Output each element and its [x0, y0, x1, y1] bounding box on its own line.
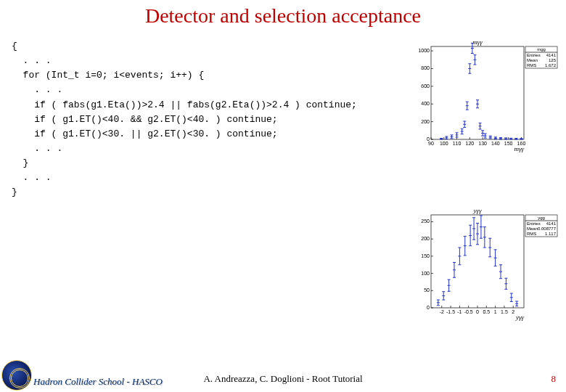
svg-text:Entries: Entries	[527, 53, 541, 57]
code-line: . . .	[12, 55, 52, 66]
svg-text:mgg: mgg	[537, 47, 546, 52]
svg-text:mγγ: mγγ	[514, 145, 524, 152]
svg-text:1000: 1000	[418, 48, 430, 53]
svg-text:RMS: RMS	[527, 232, 536, 236]
footer-credit: A. Andreazza, C. Doglioni - Root Tutoria…	[0, 373, 566, 385]
svg-text:4141: 4141	[546, 221, 557, 226]
svg-text:0: 0	[427, 305, 430, 310]
chart-mgg: 9010011012013014015016002004006008001000…	[411, 36, 559, 152]
svg-text:50: 50	[424, 287, 430, 293]
svg-text:0.5: 0.5	[483, 309, 490, 314]
footer-page-number: 8	[551, 373, 557, 385]
svg-text:130: 130	[478, 141, 487, 146]
code-line: if ( fabs(g1.Eta())>2.4 || fabs(g2.Eta()…	[12, 99, 357, 110]
code-line: . . .	[12, 172, 52, 183]
svg-text:120: 120	[465, 141, 474, 146]
page-title: Detector and selection acceptance	[0, 4, 566, 28]
svg-text:800: 800	[421, 65, 430, 70]
svg-text:600: 600	[421, 83, 430, 89]
svg-text:0: 0	[476, 309, 479, 314]
svg-text:mγγ: mγγ	[472, 38, 483, 46]
code-line: if ( g1.ET()<30. || g2.ET()<30. ) contin…	[12, 128, 278, 139]
svg-text:4141: 4141	[546, 53, 557, 57]
svg-text:100: 100	[421, 271, 430, 276]
svg-text:Mean: Mean	[527, 58, 538, 62]
code-line: if ( g1.ET()<40. && g2.ET()<40. ) contin…	[12, 114, 278, 125]
svg-text:yγγ: yγγ	[472, 207, 482, 214]
svg-text:125: 125	[549, 58, 557, 62]
svg-text:150: 150	[504, 141, 513, 146]
svg-text:1.117: 1.117	[545, 232, 557, 236]
svg-text:140: 140	[491, 141, 500, 146]
code-line: . . .	[12, 84, 62, 95]
svg-text:0.008777: 0.008777	[538, 226, 557, 231]
svg-text:ygg: ygg	[538, 216, 545, 220]
svg-text:400: 400	[421, 101, 430, 106]
code-line: for (Int_t i=0; i<events; i++) {	[12, 70, 204, 81]
svg-text:RMS: RMS	[527, 63, 536, 68]
svg-text:100: 100	[440, 141, 448, 146]
svg-text:-1: -1	[457, 309, 462, 314]
svg-text:150: 150	[421, 253, 430, 258]
svg-text:2: 2	[512, 309, 514, 314]
svg-text:Entries: Entries	[527, 221, 541, 226]
svg-text:1.672: 1.672	[545, 63, 557, 68]
svg-text:1.5: 1.5	[501, 309, 508, 314]
code-line: }	[12, 158, 28, 168]
svg-text:0: 0	[427, 136, 430, 142]
svg-text:-0.5: -0.5	[464, 309, 473, 314]
svg-text:200: 200	[421, 119, 430, 124]
code-line: . . .	[12, 143, 62, 154]
chart-ygg: -2-1.5-1-0.500.511.52050100150200250yγγy…	[411, 205, 559, 321]
svg-text:250: 250	[421, 219, 430, 224]
code-line: {	[12, 41, 17, 52]
svg-text:200: 200	[421, 236, 430, 241]
svg-text:Mean: Mean	[527, 226, 538, 231]
svg-text:1: 1	[494, 309, 497, 314]
svg-rect-0	[431, 46, 524, 139]
code-block: { . . . for (Int_t i=0; i<events; i++) {…	[12, 39, 357, 200]
svg-text:-1.5: -1.5	[446, 309, 455, 314]
svg-text:-2: -2	[440, 309, 444, 314]
svg-text:yγγ: yγγ	[515, 314, 525, 321]
code-line: }	[12, 187, 17, 197]
svg-text:110: 110	[453, 141, 462, 146]
svg-text:90: 90	[428, 141, 434, 146]
